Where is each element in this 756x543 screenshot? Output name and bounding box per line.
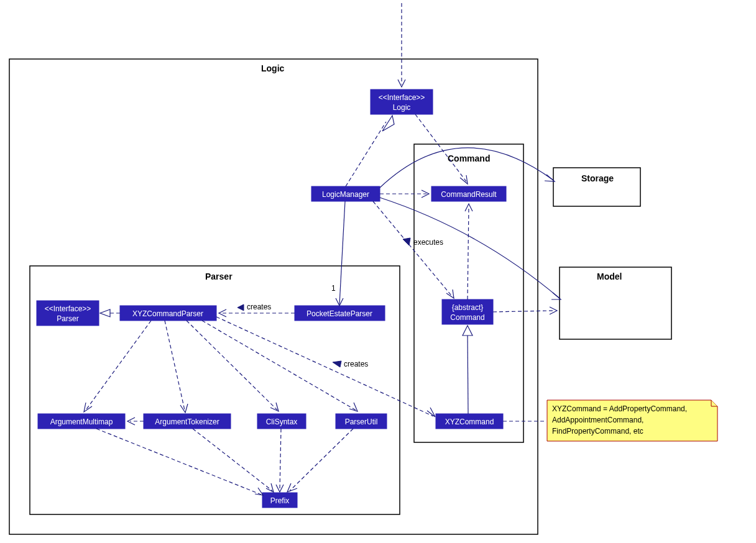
hollow-triangle xyxy=(100,309,110,317)
hollow-triangle xyxy=(382,116,394,131)
pocket-estate-parser-text: PocketEstateParser xyxy=(307,309,372,318)
parser-interface-stereo: <<Interface>> xyxy=(45,304,91,313)
edge-xyzparser-creates-xyzcommand xyxy=(216,317,433,416)
xyz-command-parser-text: XYZCommandParser xyxy=(132,309,203,318)
note-line2: AddAppointmentCommand, xyxy=(552,416,643,424)
xyz-command-text: XYZCommand xyxy=(445,418,494,426)
logic-manager-text: LogicManager xyxy=(322,190,369,199)
edge-logicmanager-implements-logic xyxy=(346,122,386,186)
parser-package-title: Parser xyxy=(205,272,233,281)
command-result-text: CommandResult xyxy=(441,190,497,199)
logic-package-title: Logic xyxy=(261,63,285,73)
arrowhead xyxy=(460,175,468,184)
edge-xyzparser-to-argmultimap xyxy=(86,321,151,410)
logic-interface-name: Logic xyxy=(393,103,411,112)
cli-syntax-text: CliSyntax xyxy=(266,418,298,426)
storage-title: Storage xyxy=(581,173,614,183)
parser-util-text: ParserUtil xyxy=(345,418,378,426)
edge-xyzparser-to-clisyntax xyxy=(187,321,277,410)
abstract-command-name: Command xyxy=(450,313,484,322)
parser-interface-name: Parser xyxy=(57,314,78,323)
edge-command-to-commandresult xyxy=(468,206,469,299)
argument-multimap-text: ArgumentMultimap xyxy=(50,418,113,426)
direction-triangle xyxy=(403,238,410,245)
creates1-label: creates xyxy=(247,303,271,311)
edge-argtokenizer-to-prefix xyxy=(193,429,272,491)
direction-triangle xyxy=(237,304,244,311)
logic-interface-stereo: <<Interface>> xyxy=(379,93,425,102)
logic-package-box xyxy=(9,59,538,534)
command-package-title: Command xyxy=(448,153,490,163)
edge-logicmanager-executes-command xyxy=(373,201,453,297)
multiplicity-1: 1 xyxy=(331,284,336,293)
arrowhead xyxy=(349,403,357,411)
model-title: Model xyxy=(597,272,622,281)
prefix-text: Prefix xyxy=(270,496,290,505)
edge-xyzparser-to-argtokenizer xyxy=(165,321,185,410)
arrowhead xyxy=(266,483,274,492)
argument-tokenizer-text: ArgumentTokenizer xyxy=(155,418,219,426)
edge-xyzcommand-extends-command xyxy=(468,332,468,414)
edge-xyzparser-to-parserutil xyxy=(202,321,356,410)
arrowhead xyxy=(287,483,297,492)
hollow-triangle xyxy=(463,326,472,335)
edge-logicmanager-to-pocketestateparser xyxy=(339,201,345,304)
abstract-command-stereo: {abstract} xyxy=(452,303,484,312)
note-box: XYZCommand = AddPropertyCommand, AddAppo… xyxy=(547,400,717,441)
executes-label: executes xyxy=(413,238,443,247)
creates2-label: creates xyxy=(344,360,368,368)
uml-diagram: Logic Parser Command Storage Model <<Int… xyxy=(0,0,756,543)
note-line1: XYZCommand = AddPropertyCommand, xyxy=(552,404,687,413)
note-line3: FindPropertyCommand, etc xyxy=(552,427,643,436)
edge-logicmanager-to-model xyxy=(380,198,560,298)
direction-triangle xyxy=(333,361,341,367)
edge-parserutil-to-prefix xyxy=(290,429,353,491)
edge-argmultimap-to-prefix xyxy=(96,429,261,495)
edge-clisyntax-to-prefix xyxy=(280,429,281,490)
